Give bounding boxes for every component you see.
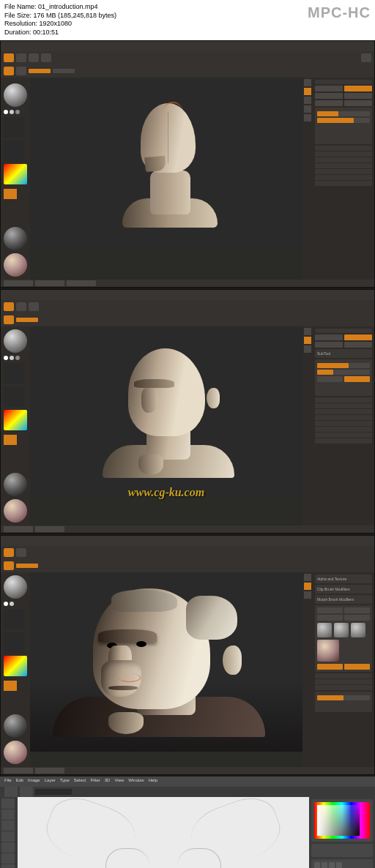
panel-button[interactable] xyxy=(315,100,343,106)
rollout-item[interactable] xyxy=(315,679,372,684)
sculpt-viewport[interactable] xyxy=(30,78,302,246)
eyedropper-tool[interactable] xyxy=(1,853,15,864)
toolbar-button[interactable] xyxy=(29,53,39,62)
tool-thumb[interactable] xyxy=(351,623,365,637)
menu-item[interactable]: Select xyxy=(74,778,86,785)
frame-button[interactable] xyxy=(304,574,311,581)
panel-button[interactable] xyxy=(344,376,370,382)
shelf-button[interactable] xyxy=(67,280,96,286)
rollout-item[interactable] xyxy=(315,685,372,690)
menu-item[interactable]: Type xyxy=(60,778,70,785)
active-color[interactable] xyxy=(4,435,17,445)
brush-button[interactable] xyxy=(4,561,14,570)
rollout-item[interactable] xyxy=(315,421,372,426)
toolbar-button[interactable] xyxy=(16,67,26,75)
tool-thumb[interactable] xyxy=(334,623,349,637)
panel-button[interactable] xyxy=(344,615,370,621)
toolbar-button[interactable] xyxy=(29,302,39,311)
persp-button[interactable] xyxy=(304,337,311,344)
rollout-item[interactable] xyxy=(315,673,372,678)
menu-item[interactable]: Edit xyxy=(16,778,23,785)
wand-tool[interactable] xyxy=(1,831,15,842)
panel-button[interactable] xyxy=(317,607,343,613)
rollout-item[interactable] xyxy=(315,175,372,180)
options-field[interactable] xyxy=(35,789,72,795)
texture-slot[interactable] xyxy=(4,386,24,407)
alpha-slot[interactable] xyxy=(4,609,24,629)
hue-picker[interactable] xyxy=(314,802,370,839)
slider[interactable] xyxy=(16,564,38,568)
rollout-item[interactable] xyxy=(315,146,372,151)
tool-button[interactable] xyxy=(4,548,14,557)
alpha-slot[interactable] xyxy=(4,363,24,384)
shelf-button[interactable] xyxy=(35,768,64,774)
shelf-button[interactable] xyxy=(35,280,64,286)
panel-button[interactable] xyxy=(344,86,372,91)
shelf-button[interactable] xyxy=(35,526,64,532)
frame-button[interactable] xyxy=(304,79,311,86)
slider[interactable] xyxy=(317,695,370,700)
zoom-button[interactable] xyxy=(304,114,311,121)
panel-button[interactable] xyxy=(317,664,343,670)
brush-button[interactable] xyxy=(4,67,14,75)
brush-preview[interactable] xyxy=(4,575,27,599)
color-picker[interactable] xyxy=(4,410,27,430)
toolbar-button[interactable] xyxy=(16,548,26,557)
panel-button[interactable] xyxy=(344,607,370,613)
intensity-slider[interactable] xyxy=(29,69,51,73)
rollout-item[interactable] xyxy=(315,181,372,186)
adjust-icon[interactable] xyxy=(336,862,342,868)
ps-canvas[interactable]: Levels × xyxy=(18,797,309,868)
floor-button[interactable] xyxy=(304,345,311,353)
tool-thumb[interactable] xyxy=(317,623,332,637)
shelf-button[interactable] xyxy=(4,768,33,774)
color-picker[interactable] xyxy=(4,656,27,676)
panel-button[interactable] xyxy=(315,93,343,99)
size-slider[interactable] xyxy=(53,69,75,73)
active-color[interactable] xyxy=(4,681,17,691)
panel-button[interactable] xyxy=(317,615,343,621)
current-tool-thumb[interactable] xyxy=(317,640,339,662)
panel-button[interactable] xyxy=(344,93,372,99)
panel-button[interactable] xyxy=(315,86,343,91)
rollout-item[interactable] xyxy=(315,438,372,444)
menu-item[interactable]: Image xyxy=(28,778,40,785)
panel-button[interactable] xyxy=(317,376,343,382)
toolbar-button[interactable] xyxy=(361,53,371,62)
floor-button[interactable] xyxy=(304,97,311,104)
options-item[interactable] xyxy=(4,787,18,797)
texture-slot[interactable] xyxy=(4,141,24,161)
crop-tool[interactable] xyxy=(1,842,15,853)
tool-button[interactable] xyxy=(4,302,14,311)
material-preview[interactable] xyxy=(4,741,27,764)
active-color[interactable] xyxy=(4,189,17,199)
menu-item[interactable]: Window xyxy=(128,778,144,785)
shelf-button[interactable] xyxy=(4,526,33,532)
rollout-item[interactable] xyxy=(315,433,372,438)
heal-tool[interactable] xyxy=(1,864,15,868)
menu-item[interactable]: Filter xyxy=(90,778,100,785)
floor-button[interactable] xyxy=(304,591,311,599)
rollout-item[interactable] xyxy=(315,397,372,403)
panel-button[interactable] xyxy=(344,100,372,106)
rollout-item[interactable] xyxy=(315,151,372,157)
shelf-button[interactable] xyxy=(4,280,33,286)
material-preview[interactable] xyxy=(4,473,27,496)
brush-button[interactable] xyxy=(4,315,14,324)
material-preview[interactable] xyxy=(4,227,27,250)
menu-item[interactable]: View xyxy=(114,778,124,785)
toolbar-button[interactable] xyxy=(16,302,26,311)
persp-button[interactable] xyxy=(304,583,311,590)
panel-button[interactable] xyxy=(315,342,343,348)
material-preview[interactable] xyxy=(4,253,27,277)
sdiv-slider[interactable] xyxy=(317,363,370,368)
brush-preview[interactable] xyxy=(4,329,27,353)
brush-preview[interactable] xyxy=(4,83,27,107)
persp-button[interactable] xyxy=(304,88,311,95)
adjust-icon[interactable] xyxy=(314,862,320,868)
adjust-icon[interactable] xyxy=(322,862,327,868)
marquee-tool[interactable] xyxy=(1,809,15,820)
tool-button[interactable] xyxy=(4,53,14,62)
material-preview[interactable] xyxy=(4,499,27,523)
panel-button[interactable] xyxy=(344,664,370,670)
